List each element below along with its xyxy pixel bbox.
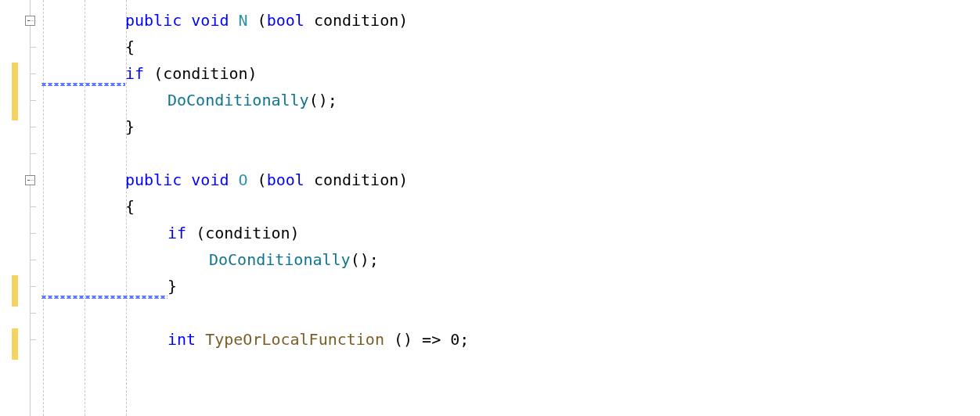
code-line[interactable]: if (condition) xyxy=(168,224,300,242)
code-editor[interactable]: public void N (bool condition){if (condi… xyxy=(0,0,980,416)
token-pln: { xyxy=(125,38,135,56)
token-pln: ( xyxy=(258,170,267,189)
token-kw: bool xyxy=(267,170,314,189)
token-type: O xyxy=(239,170,258,189)
warning-squiggle xyxy=(41,83,125,86)
outline-tick xyxy=(30,260,36,260)
token-kw: void xyxy=(191,11,238,30)
outline-tick xyxy=(30,100,36,101)
token-pln: } xyxy=(125,117,135,136)
indent-guide xyxy=(85,0,85,416)
token-pln: (condition) xyxy=(196,224,299,242)
code-line[interactable]: public void N (bool condition) xyxy=(125,11,408,30)
outline-line xyxy=(30,0,31,416)
token-pln: (); xyxy=(309,91,337,109)
indent-guide xyxy=(43,0,44,416)
code-line[interactable]: public void O (bool condition) xyxy=(125,170,408,189)
token-pln: () => 0; xyxy=(394,330,469,349)
token-pln: (condition) xyxy=(153,64,257,83)
token-call: DoConditionally xyxy=(168,91,309,109)
token-pln: { xyxy=(125,197,135,216)
change-marker xyxy=(12,275,18,307)
token-pln: condition xyxy=(314,170,398,189)
code-line[interactable]: { xyxy=(125,38,135,56)
token-pln: (); xyxy=(351,250,379,269)
outline-tick xyxy=(30,206,36,207)
token-kw: public xyxy=(125,11,191,30)
code-line[interactable]: DoConditionally(); xyxy=(168,91,337,109)
outline-tick xyxy=(30,233,36,234)
token-kw: int xyxy=(168,330,205,349)
outline-tick xyxy=(30,74,36,74)
outline-tick xyxy=(30,180,36,181)
code-line[interactable]: } xyxy=(125,117,135,136)
change-marker xyxy=(12,328,18,360)
token-type: N xyxy=(239,11,258,30)
outline-tick xyxy=(30,153,36,154)
code-line[interactable]: if (condition) xyxy=(125,64,258,83)
outline-tick xyxy=(30,20,36,21)
outline-tick xyxy=(30,127,36,127)
token-kw: if xyxy=(125,64,153,83)
change-marker xyxy=(12,63,18,120)
code-line[interactable]: } xyxy=(168,277,177,296)
token-pln: ( xyxy=(258,11,267,30)
outline-tick xyxy=(30,339,36,340)
token-kw: void xyxy=(191,170,238,189)
outline-tick xyxy=(30,286,36,287)
token-kw: if xyxy=(168,224,196,242)
outline-tick xyxy=(30,47,36,48)
code-line[interactable]: { xyxy=(125,197,135,216)
token-kw: bool xyxy=(267,11,314,30)
token-call: DoConditionally xyxy=(209,250,351,269)
code-line[interactable]: int TypeOrLocalFunction () => 0; xyxy=(168,330,469,349)
token-kw: public xyxy=(125,170,191,189)
code-line[interactable]: DoConditionally(); xyxy=(209,250,379,269)
warning-squiggle xyxy=(41,296,168,299)
outline-tick xyxy=(30,313,36,314)
token-mname: TypeOrLocalFunction xyxy=(205,330,394,349)
token-pln: condition xyxy=(314,11,398,30)
token-pln: ) xyxy=(398,170,408,189)
token-pln: ) xyxy=(398,11,408,30)
token-pln: } xyxy=(168,277,177,296)
